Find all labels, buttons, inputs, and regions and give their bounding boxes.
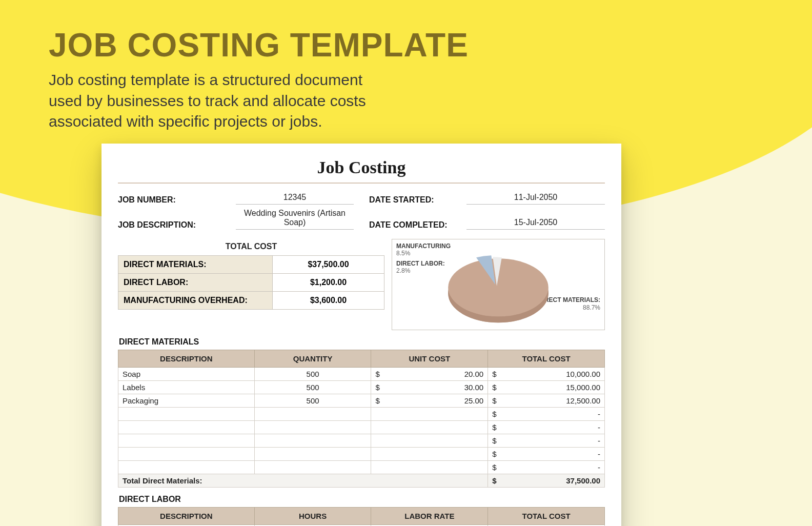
label-job-number: JOB NUMBER:: [118, 195, 236, 205]
table-row: DESCRIPTION QUANTITY UNIT COST TOTAL COS…: [118, 350, 605, 368]
cell-quantity: 500: [254, 394, 371, 408]
summary-label-dl: DIRECT LABOR:: [118, 274, 273, 292]
cell-quantity: 500: [254, 381, 371, 394]
document-title: Job Costing: [118, 158, 605, 177]
total-cost-table: DIRECT MATERIALS: $37,500.00 DIRECT LABO…: [118, 255, 384, 310]
hero-title: JOB COSTING TEMPLATE: [49, 28, 469, 63]
cell-quantity: [254, 448, 371, 461]
cell-unit-cost: [371, 461, 488, 474]
section-title-direct-materials: DIRECT MATERIALS: [119, 337, 605, 347]
label-job-description: JOB DESCRIPTION:: [118, 220, 236, 230]
table-row: $-: [118, 421, 605, 434]
summary-value-dm: $37,500.00: [273, 256, 384, 274]
cell-description: [118, 448, 255, 461]
cell-total-cost: $12,500.00: [488, 394, 605, 408]
cell-quantity: [254, 434, 371, 448]
cell-description: [118, 421, 255, 434]
mid-section: TOTAL COST DIRECT MATERIALS: $37,500.00 …: [118, 239, 605, 330]
col-hours: HOURS: [254, 508, 371, 525]
value-date-started: 11-Jul-2050: [466, 192, 605, 205]
job-meta: JOB NUMBER: 12345 DATE STARTED: 11-Jul-2…: [118, 192, 605, 230]
col-description: DESCRIPTION: [118, 508, 255, 525]
table-row: Soap500$20.00$10,000.00: [118, 368, 605, 381]
cell-description: [118, 408, 255, 421]
document-rule: [118, 183, 605, 184]
cell-unit-cost: [371, 421, 488, 434]
summary-value-dl: $1,200.00: [273, 274, 384, 292]
pie-svg: [392, 239, 604, 330]
col-total-cost: TOTAL COST: [488, 350, 605, 368]
table-row: Labels500$30.00$15,000.00: [118, 381, 605, 394]
table-row: $-: [118, 434, 605, 448]
cell-total-cost: $15,000.00: [488, 381, 605, 394]
meta-date-started: DATE STARTED: 11-Jul-2050: [369, 192, 605, 205]
cell-quantity: [254, 461, 371, 474]
table-row-total: Total Direct Materials: $37,500.00: [118, 474, 605, 488]
cell-quantity: [254, 421, 371, 434]
total-direct-materials-value: $37,500.00: [488, 474, 605, 488]
table-direct-labor: DESCRIPTION HOURS LABOR RATE TOTAL COST …: [118, 507, 605, 526]
cell-description: [118, 461, 255, 474]
total-cost-header: TOTAL COST: [118, 239, 384, 255]
cell-total-cost: $-: [488, 408, 605, 421]
value-job-description: Wedding Souvenirs (Artisan Soap): [236, 208, 354, 230]
cell-description: Labels: [118, 381, 255, 394]
summary-row-direct-labor: DIRECT LABOR: $1,200.00: [118, 274, 384, 292]
table-row: DESCRIPTION HOURS LABOR RATE TOTAL COST: [118, 508, 605, 525]
table-row: $-: [118, 461, 605, 474]
meta-job-description: JOB DESCRIPTION: Wedding Souvenirs (Arti…: [118, 208, 354, 230]
summary-label-mo: MANUFACTURING OVERHEAD:: [118, 292, 273, 310]
cell-total-cost: $-: [488, 421, 605, 434]
col-total-cost: TOTAL COST: [488, 508, 605, 525]
total-cost-summary: TOTAL COST DIRECT MATERIALS: $37,500.00 …: [118, 239, 384, 310]
hero: JOB COSTING TEMPLATE Job costing templat…: [49, 28, 469, 132]
pie-chart: MANUFACTURING 8.5% DIRECT LABOR: 2.8% DI…: [392, 239, 605, 330]
cell-total-cost: $-: [488, 434, 605, 448]
cell-total-cost: $-: [488, 461, 605, 474]
cell-unit-cost: $20.00: [371, 368, 488, 381]
cell-total-cost: $10,000.00: [488, 368, 605, 381]
hero-subtitle: Job costing template is a structured doc…: [49, 70, 367, 132]
document-preview: Job Costing JOB NUMBER: 12345 DATE START…: [102, 144, 621, 526]
section-title-direct-labor: DIRECT LABOR: [119, 495, 605, 504]
cell-total-cost: $-: [488, 448, 605, 461]
label-date-completed: DATE COMPLETED:: [369, 220, 466, 230]
summary-value-mo: $3,600.00: [273, 292, 384, 310]
cell-unit-cost: [371, 408, 488, 421]
cell-quantity: [254, 408, 371, 421]
cell-unit-cost: [371, 434, 488, 448]
col-description: DESCRIPTION: [118, 350, 255, 368]
col-unit-cost: UNIT COST: [371, 350, 488, 368]
summary-row-manufacturing: MANUFACTURING OVERHEAD: $3,600.00: [118, 292, 384, 310]
cell-description: Packaging: [118, 394, 255, 408]
meta-date-completed: DATE COMPLETED: 15-Jul-2050: [369, 208, 605, 230]
cell-unit-cost: [371, 448, 488, 461]
table-row: $-: [118, 408, 605, 421]
meta-job-number: JOB NUMBER: 12345: [118, 192, 354, 205]
summary-label-dm: DIRECT MATERIALS:: [118, 256, 273, 274]
cell-unit-cost: $25.00: [371, 394, 488, 408]
cell-description: Soap: [118, 368, 255, 381]
summary-row-direct-materials: DIRECT MATERIALS: $37,500.00: [118, 256, 384, 274]
total-direct-materials-label: Total Direct Materials:: [118, 474, 488, 488]
value-job-number: 12345: [236, 192, 354, 205]
label-date-started: DATE STARTED:: [369, 195, 466, 205]
cell-description: [118, 434, 255, 448]
cell-unit-cost: $30.00: [371, 381, 488, 394]
table-row: $-: [118, 448, 605, 461]
value-date-completed: 15-Jul-2050: [466, 217, 605, 230]
col-quantity: QUANTITY: [254, 350, 371, 368]
col-labor-rate: LABOR RATE: [371, 508, 488, 525]
cell-quantity: 500: [254, 368, 371, 381]
table-direct-materials: DESCRIPTION QUANTITY UNIT COST TOTAL COS…: [118, 350, 605, 488]
table-row: Packaging500$25.00$12,500.00: [118, 394, 605, 408]
